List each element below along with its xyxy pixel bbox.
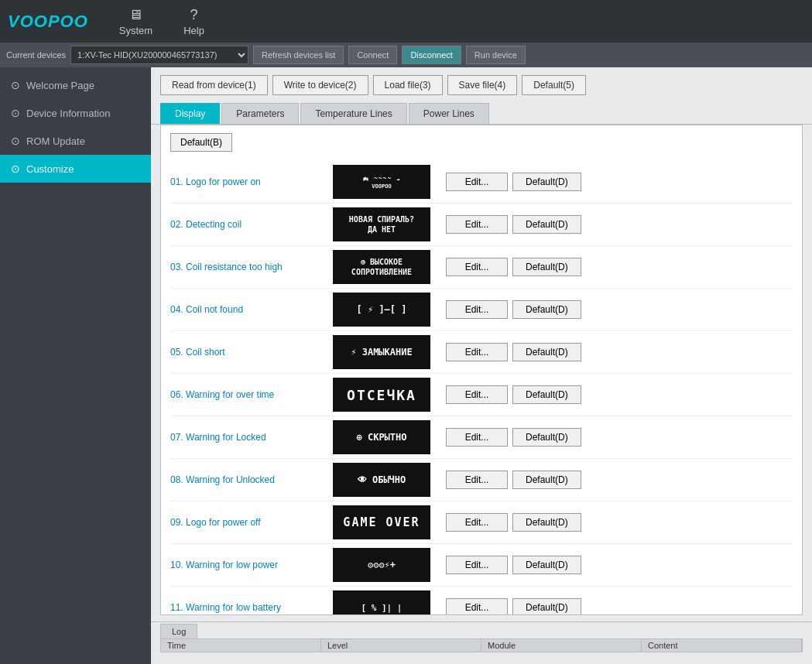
row-buttons: Edit...Default(D) — [446, 215, 581, 234]
tab-bar: Display Parameters Temperature Lines Pow… — [151, 103, 812, 125]
load-file-btn[interactable]: Load file(3) — [373, 75, 443, 95]
image-preview: ⊕ ВЫСОКОЕ СОПРОТИВЛЕНИЕ — [333, 250, 430, 284]
sidebar: ⊙ Welcome Page ⊙ Device Information ⊙ RO… — [0, 67, 151, 664]
image-preview: GAME OVER — [333, 505, 430, 539]
read-device-btn[interactable]: Read from device(1) — [160, 75, 268, 95]
image-preview: 👁 ОБЫЧНО — [333, 463, 430, 497]
tab-display[interactable]: Display — [160, 103, 220, 124]
tab-temp-lines[interactable]: Temperature Lines — [300, 103, 406, 124]
nav-system[interactable]: 🖥 System — [119, 7, 152, 36]
connect-btn[interactable]: Connect — [348, 46, 397, 64]
image-preview: ОТСЕЧКА — [333, 378, 430, 412]
table-row: 05. Coil short⚡ ЗАМЫКАНИЕEdit...Default(… — [170, 331, 793, 374]
refresh-btn[interactable]: Refresh devices list — [253, 46, 344, 64]
sidebar-item-welcome[interactable]: ⊙ Welcome Page — [0, 71, 151, 99]
device-bar: Current devices 1:XV-Tec HID(XU200000465… — [0, 43, 812, 67]
image-preview: ⊕ СКРЫТНО — [333, 420, 430, 454]
row-label: 09. Logo for power off — [170, 517, 325, 528]
app-logo: VOOPOO — [8, 12, 88, 32]
sidebar-rom-update-label: ROM Update — [26, 135, 85, 147]
save-file-btn[interactable]: Save file(4) — [447, 75, 518, 95]
display-panel: Default(B) 01. Logo for power on🏍 ~~~~ ☁… — [160, 125, 803, 615]
row-buttons: Edit...Default(D) — [446, 556, 581, 574]
edit-btn[interactable]: Edit... — [446, 343, 508, 361]
main-layout: ⊙ Welcome Page ⊙ Device Information ⊙ RO… — [0, 67, 812, 664]
image-preview: [ ⚡ ]—[ ] — [333, 293, 430, 327]
tab-power-lines[interactable]: Power Lines — [409, 103, 489, 124]
sidebar-item-rom-update[interactable]: ⊙ ROM Update — [0, 127, 151, 155]
current-devices-label: Current devices — [6, 50, 66, 60]
row-buttons: Edit...Default(D) — [446, 258, 581, 276]
default5-btn[interactable]: Default(5) — [522, 75, 586, 95]
default-d-btn[interactable]: Default(D) — [512, 300, 581, 319]
default-d-btn[interactable]: Default(D) — [512, 428, 581, 447]
run-btn[interactable]: Run device — [466, 46, 526, 64]
nav-help-label: Help — [183, 25, 204, 36]
sidebar-device-info-label: Device Information — [26, 108, 110, 119]
edit-btn[interactable]: Edit... — [446, 428, 508, 447]
row-label: 11. Warning for low battery — [170, 602, 325, 613]
log-col-content: Content — [642, 639, 802, 652]
row-label: 10. Warning for low power — [170, 560, 325, 570]
log-col-module: Module — [481, 639, 642, 652]
image-preview: 🏍 ~~~~ ☁VOOPOO — [333, 165, 430, 199]
log-tab[interactable]: Log — [160, 624, 197, 638]
log-area: Log Time Level Module Content — [151, 621, 812, 664]
table-row: 06. Warning for over timeОТСЕЧКАEdit...D… — [170, 374, 793, 416]
row-label: 02. Detecting coil — [170, 219, 325, 230]
edit-btn[interactable]: Edit... — [446, 215, 508, 234]
sidebar-welcome-label: Welcome Page — [26, 80, 94, 91]
default-d-btn[interactable]: Default(D) — [512, 258, 581, 276]
default-d-btn[interactable]: Default(D) — [512, 513, 581, 532]
default-d-btn[interactable]: Default(D) — [512, 173, 581, 191]
row-buttons: Edit...Default(D) — [446, 513, 581, 532]
row-label: 05. Coil short — [170, 347, 325, 358]
row-label: 06. Warning for over time — [170, 389, 325, 400]
row-label: 03. Coil resistance too high — [170, 262, 325, 272]
edit-btn[interactable]: Edit... — [446, 385, 508, 404]
edit-btn[interactable]: Edit... — [446, 513, 508, 532]
help-icon: ? — [190, 7, 198, 23]
row-label: 08. Warning for Unlocked — [170, 474, 325, 485]
edit-btn[interactable]: Edit... — [446, 471, 508, 489]
default-d-btn[interactable]: Default(D) — [512, 556, 581, 574]
action-row: Read from device(1) Write to device(2) L… — [151, 67, 812, 103]
log-col-time: Time — [161, 639, 321, 652]
table-row: 11. Warning for low battery[ % ]| |Edit.… — [170, 587, 793, 615]
write-device-btn[interactable]: Write to device(2) — [272, 75, 368, 95]
nav-help[interactable]: ? Help — [183, 7, 204, 36]
image-preview: НОВАЯ СПИРАЛЬ? ДА НЕТ — [333, 207, 430, 241]
default-b-btn[interactable]: Default(B) — [170, 133, 232, 152]
default-d-btn[interactable]: Default(D) — [512, 215, 581, 234]
table-row: 10. Warning for low power⚙⚙⚙⚡+Edit...Def… — [170, 544, 793, 587]
row-buttons: Edit...Default(D) — [446, 173, 581, 191]
sidebar-item-device-info[interactable]: ⊙ Device Information — [0, 99, 151, 127]
image-preview: ⚡ ЗАМЫКАНИЕ — [333, 335, 430, 369]
log-col-level: Level — [321, 639, 481, 652]
edit-btn[interactable]: Edit... — [446, 300, 508, 319]
row-buttons: Edit...Default(D) — [446, 428, 581, 447]
default-d-btn[interactable]: Default(D) — [512, 598, 581, 615]
tab-parameters[interactable]: Parameters — [221, 103, 299, 124]
edit-btn[interactable]: Edit... — [446, 258, 508, 276]
edit-btn[interactable]: Edit... — [446, 598, 508, 615]
disconnect-btn[interactable]: Disconnect — [402, 46, 461, 64]
default-d-btn[interactable]: Default(D) — [512, 471, 581, 489]
device-info-icon: ⊙ — [11, 107, 20, 119]
table-row: 08. Warning for Unlocked👁 ОБЫЧНОEdit...D… — [170, 459, 793, 501]
default-d-btn[interactable]: Default(D) — [512, 385, 581, 404]
image-preview: ⚙⚙⚙⚡+ — [333, 548, 430, 582]
table-row: 04. Coil not found[ ⚡ ]—[ ]Edit...Defaul… — [170, 289, 793, 331]
default-d-btn[interactable]: Default(D) — [512, 343, 581, 361]
edit-btn[interactable]: Edit... — [446, 173, 508, 191]
nav-system-label: System — [119, 25, 152, 36]
sidebar-item-customize[interactable]: ⊙ Customize — [0, 155, 151, 183]
table-row: 03. Coil resistance too high⊕ ВЫСОКОЕ СО… — [170, 246, 793, 289]
image-rows-container: 01. Logo for power on🏍 ~~~~ ☁VOOPOOEdit.… — [170, 161, 793, 615]
device-select[interactable]: 1:XV-Tec HID(XU200000465773137) — [70, 46, 248, 64]
sidebar-customize-label: Customize — [26, 163, 74, 175]
image-preview: [ % ]| | — [333, 590, 430, 615]
edit-btn[interactable]: Edit... — [446, 556, 508, 574]
table-row: 07. Warning for Locked⊕ СКРЫТНОEdit...De… — [170, 416, 793, 459]
log-table-header: Time Level Module Content — [160, 638, 803, 652]
